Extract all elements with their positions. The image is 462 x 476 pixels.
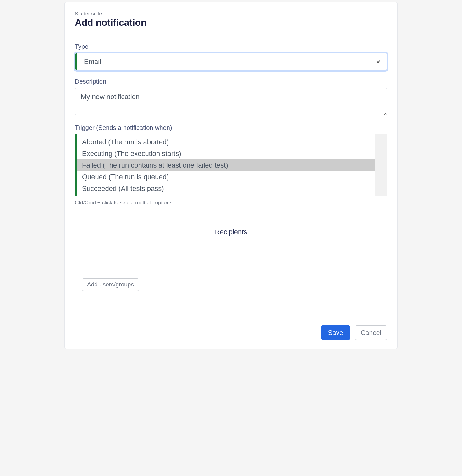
description-group: Description	[75, 78, 387, 117]
type-group: Type Email	[75, 43, 387, 70]
page-title: Add notification	[75, 17, 387, 28]
trigger-option[interactable]: Failed (The run contains at least one fa…	[75, 159, 375, 171]
trigger-group: Trigger (Sends a notification when) Abor…	[75, 124, 387, 206]
type-select[interactable]: Email	[75, 53, 387, 70]
recipients-divider: Recipients	[75, 228, 387, 236]
add-users-groups-button[interactable]: Add users/groups	[82, 278, 139, 291]
type-select-value: Email	[84, 58, 101, 66]
breadcrumb: Starter suite	[75, 11, 387, 17]
trigger-label: Trigger (Sends a notification when)	[75, 124, 387, 131]
recipients-body: Add users/groups	[75, 244, 387, 291]
save-button[interactable]: Save	[321, 325, 350, 340]
scrollbar[interactable]	[375, 134, 387, 196]
trigger-option[interactable]: Queued (The run is queued)	[75, 171, 375, 183]
trigger-helper-text: Ctrl/Cmd + click to select multiple opti…	[75, 200, 387, 206]
trigger-listbox[interactable]: Aborted (The run is aborted)Executing (T…	[75, 134, 387, 196]
trigger-option[interactable]: Aborted (The run is aborted)	[75, 136, 375, 148]
footer-actions: Save Cancel	[75, 325, 387, 340]
type-label: Type	[75, 43, 387, 50]
notification-form-card: Starter suite Add notification Type Emai…	[64, 2, 398, 349]
trigger-option[interactable]: Executing (The execution starts)	[75, 148, 375, 159]
recipients-heading: Recipients	[211, 228, 251, 236]
description-label: Description	[75, 78, 387, 85]
description-input[interactable]	[75, 88, 387, 115]
chevron-down-icon	[376, 59, 381, 64]
trigger-option[interactable]: Succeeded (All tests pass)	[75, 183, 375, 194]
cancel-button[interactable]: Cancel	[355, 325, 387, 340]
